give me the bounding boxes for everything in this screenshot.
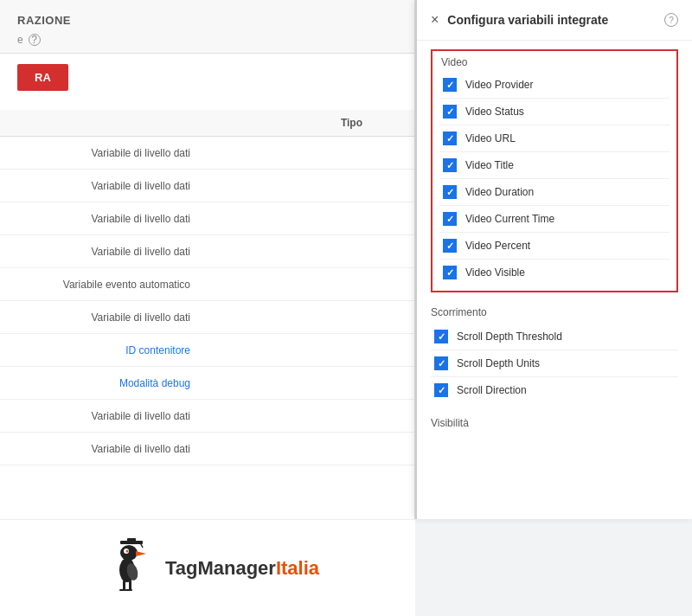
left-panel-subtitle: e ? [17, 34, 397, 46]
brand-text: TagManagerItalia [165, 557, 319, 580]
modal-title: Configura variabili integrate [447, 13, 656, 27]
checkbox-checked-icon[interactable] [443, 132, 457, 145]
modal-question-icon[interactable]: ? [664, 13, 678, 27]
checkbox-checked-icon[interactable] [443, 158, 457, 172]
brand-italia: Italia [276, 557, 319, 579]
table-row: Modalità debug [0, 367, 414, 400]
table-row: Variabile di livello dati [0, 137, 414, 170]
checkbox-label: Video Provider [465, 79, 534, 91]
checkbox-label: Scroll Depth Threshold [457, 330, 562, 343]
table-rows-container: Variabile di livello datiVariabile di li… [0, 137, 414, 465]
video-checkbox-row[interactable]: Video Current Time [439, 206, 670, 233]
table-row: Variabile di livello dati [0, 202, 414, 235]
svg-marker-4 [136, 551, 146, 556]
video-checkbox-row[interactable]: Video URL [439, 125, 670, 152]
row-tipo-cell: Modalità debug [17, 377, 190, 389]
checkbox-checked-icon[interactable] [434, 356, 448, 370]
checkbox-label: Video Visible [465, 266, 525, 279]
close-icon[interactable]: × [431, 12, 439, 28]
checkbox-label: Scroll Depth Units [457, 357, 540, 369]
right-panel: × Configura variabili integrate ? Video … [415, 0, 692, 519]
row-tipo-cell: Variabile di livello dati [17, 180, 190, 192]
scorrimento-checkbox-row[interactable]: Scroll Depth Units [431, 350, 678, 377]
row-tipo-cell: Variabile di livello dati [17, 246, 190, 258]
checkbox-checked-icon[interactable] [443, 105, 457, 119]
svg-rect-1 [127, 538, 136, 542]
table-header: Tipo [0, 110, 414, 137]
row-tipo-cell: ID contenitore [17, 344, 190, 356]
row-tipo-cell: Variabile di livello dati [17, 147, 190, 159]
checkbox-checked-icon[interactable] [443, 239, 457, 253]
checkbox-label: Scroll Direction [457, 384, 527, 396]
subtitle-text: e [17, 34, 23, 46]
checkbox-label: Video Duration [465, 186, 534, 198]
video-checkbox-row[interactable]: Video Status [439, 99, 670, 125]
row-tipo-cell: Variabile di livello dati [17, 410, 190, 422]
scorrimento-section: Scorrimento Scroll Depth ThresholdScroll… [417, 301, 692, 412]
brand-manager: Manager [197, 557, 275, 579]
checkbox-checked-icon[interactable] [434, 330, 448, 343]
question-mark-icon[interactable]: ? [29, 34, 41, 46]
checkbox-checked-icon[interactable] [443, 212, 457, 226]
table-row: Variabile evento automatico [0, 268, 414, 301]
visibilita-section-title: Visibilità [431, 417, 678, 429]
video-items-list: Video ProviderVideo StatusVideo URLVideo… [439, 72, 670, 286]
checkbox-checked-icon[interactable] [443, 266, 457, 279]
watermark-area: TagManagerItalia [0, 519, 415, 616]
table-row: Variabile di livello dati [0, 235, 414, 268]
left-panel-header: RAZIONE e ? [0, 0, 414, 54]
video-checkbox-row[interactable]: Video Duration [439, 179, 670, 206]
checkbox-checked-icon[interactable] [434, 383, 448, 397]
scorrimento-items-list: Scroll Depth ThresholdScroll Depth Units… [431, 324, 678, 403]
table-row: Variabile di livello dati [0, 433, 414, 465]
video-checkbox-row[interactable]: Video Percent [439, 233, 670, 260]
row-tipo-cell: Variabile di livello dati [17, 213, 190, 225]
checkbox-label: Video Title [465, 159, 514, 171]
checkbox-label: Video Percent [465, 240, 530, 252]
checkbox-label: Video Current Time [465, 213, 554, 225]
video-section-title: Video [439, 56, 670, 68]
checkbox-checked-icon[interactable] [443, 185, 457, 199]
table-row: Variabile di livello dati [0, 301, 414, 334]
svg-rect-12 [125, 589, 132, 591]
ra-button[interactable]: RA [17, 64, 68, 91]
checkbox-checked-icon[interactable] [443, 78, 457, 92]
scorrimento-checkbox-row[interactable]: Scroll Depth Threshold [431, 324, 678, 350]
col-tipo-header: Tipo [341, 117, 362, 129]
video-checkbox-row[interactable]: Video Provider [439, 72, 670, 99]
checkbox-label: Video URL [465, 132, 516, 144]
row-tipo-cell: Variabile evento automatico [17, 279, 190, 291]
table-row: Variabile di livello dati [0, 170, 414, 202]
table-area: Tipo Variabile di livello datiVariabile … [0, 110, 414, 465]
scorrimento-checkbox-row[interactable]: Scroll Direction [431, 377, 678, 403]
svg-rect-11 [119, 589, 126, 591]
scorrimento-section-title: Scorrimento [431, 306, 678, 318]
table-row: ID contenitore [0, 334, 414, 367]
svg-point-3 [120, 545, 138, 561]
bird-logo-icon [96, 534, 165, 603]
video-checkbox-row[interactable]: Video Visible [439, 260, 670, 286]
left-panel-title: RAZIONE [17, 14, 397, 27]
modal-header: × Configura variabili integrate ? [417, 0, 692, 41]
brand-tag: Tag [165, 557, 197, 579]
video-checkbox-row[interactable]: Video Title [439, 152, 670, 179]
video-section: Video Video ProviderVideo StatusVideo UR… [431, 49, 678, 292]
row-tipo-cell: Variabile di livello dati [17, 443, 190, 455]
svg-point-6 [125, 549, 128, 552]
table-row: Variabile di livello dati [0, 400, 414, 433]
visibilita-section: Visibilità [417, 412, 692, 440]
left-panel: RAZIONE e ? RA Tipo Variabile di livello… [0, 0, 415, 519]
row-tipo-cell: Variabile di livello dati [17, 311, 190, 324]
checkbox-label: Video Status [465, 106, 524, 118]
